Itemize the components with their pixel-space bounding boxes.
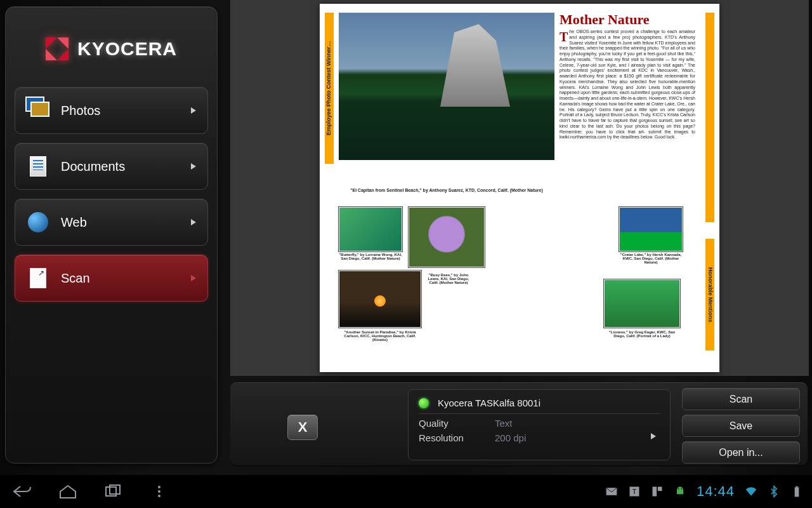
battery-icon: [790, 485, 803, 498]
brand-logo: KYOCERA: [12, 20, 211, 87]
photos-icon: [27, 99, 49, 122]
back-button[interactable]: [9, 481, 36, 502]
sidebar-nav: Photos Documents Web Scan: [12, 87, 211, 302]
svg-point-2: [158, 486, 160, 488]
right-tab-label: Honorable Mentions: [705, 239, 714, 351]
device-row: Kyocera TASKalfa 8001i: [419, 396, 660, 414]
brand-name: KYOCERA: [77, 38, 177, 60]
device-settings-panel[interactable]: Kyocera TASKalfa 8001i Quality Text Reso…: [408, 389, 671, 460]
save-button-label: Save: [730, 420, 752, 432]
clock: 14:44: [697, 483, 735, 500]
svg-rect-8: [652, 487, 657, 497]
svg-rect-12: [795, 487, 799, 497]
sidebar-item-scan[interactable]: Scan: [15, 255, 208, 302]
flipboard-icon: [651, 485, 664, 498]
svg-rect-13: [796, 486, 797, 488]
chevron-right-icon: [191, 107, 196, 114]
quality-label: Quality: [419, 418, 495, 429]
right-tab-stripe: [705, 13, 714, 222]
menu-button[interactable]: [146, 481, 173, 502]
article-body: The OBOS-series contest proved a challen…: [560, 29, 695, 194]
sidebar-item-photos[interactable]: Photos: [15, 87, 208, 134]
mail-icon: [605, 485, 618, 498]
scan-preview[interactable]: Employee Photo Contest Winner… Honorable…: [230, 0, 809, 376]
caption-lioness: "Lioness," by Greg Eager, KWC, San Diego…: [604, 330, 680, 338]
thumb-sunset: [339, 271, 421, 328]
scan-button[interactable]: Scan: [682, 388, 800, 410]
resolution-label: Resolution: [419, 432, 495, 443]
article-headline: Mother Nature: [560, 11, 650, 28]
caption-sunset: "Another Sunset in Paradise," by Krista …: [339, 330, 421, 342]
status-ok-icon: [419, 398, 429, 408]
hero-photo: [339, 13, 554, 160]
bluetooth-icon: [768, 485, 780, 498]
caption-butterfly: "Butterfly," by Lorraine Wong, KAI, San …: [339, 253, 402, 260]
svg-rect-9: [658, 487, 662, 491]
chevron-right-icon: [191, 163, 196, 170]
sidebar-item-label: Scan: [61, 271, 180, 286]
documents-icon: [27, 155, 49, 178]
android-icon: [674, 485, 686, 498]
sidebar-item-label: Photos: [61, 104, 180, 118]
open-in-button-label: Open in...: [719, 447, 763, 458]
sidebar-item-documents[interactable]: Documents: [15, 143, 208, 190]
chevron-right-icon: [191, 275, 196, 281]
sidebar: KYOCERA Photos Documents Web Scan: [5, 6, 218, 464]
open-in-button[interactable]: Open in...: [682, 441, 800, 464]
wifi-icon: [745, 485, 757, 498]
close-icon: X: [298, 419, 308, 436]
web-icon: [27, 211, 49, 234]
left-tab-label: Employee Photo Contest Winner…: [325, 13, 334, 164]
thumb-thistle: [409, 207, 485, 267]
document-page: Employee Photo Contest Winner… Honorable…: [320, 4, 719, 372]
android-system-bar: T 14:44: [0, 475, 812, 508]
close-button[interactable]: X: [287, 415, 318, 440]
app-root: KYOCERA Photos Documents Web Scan: [0, 0, 812, 508]
thumb-lioness: [604, 279, 680, 328]
device-name: Kyocera TASKalfa 8001i: [438, 398, 540, 408]
status-tray[interactable]: T 14:44: [605, 483, 803, 500]
hero-caption: "El Capitan from Sentinel Beach," by Ant…: [339, 188, 554, 192]
svg-text:T: T: [632, 487, 636, 495]
control-bar: X Kyocera TASKalfa 8001i Quality Text Re…: [230, 382, 808, 466]
caption-crater: "Crater Lake," by Hersh Kannada, KWC, Sa…: [619, 253, 683, 264]
scan-icon: [27, 267, 49, 290]
thumb-butterfly: [339, 207, 402, 251]
sidebar-item-label: Web: [61, 215, 180, 230]
scan-button-label: Scan: [730, 394, 752, 405]
caption-bees: "Busy Bees," by John Lewis, KAI, San Die…: [426, 273, 471, 284]
resolution-row: Resolution 200 dpi: [419, 429, 660, 443]
resolution-value: 200 dpi: [495, 432, 526, 443]
recents-button[interactable]: [100, 481, 127, 502]
svg-point-3: [158, 490, 160, 493]
kyocera-mark-icon: [46, 37, 69, 60]
chevron-right-icon: [651, 433, 656, 439]
svg-point-10: [678, 488, 679, 490]
sidebar-item-web[interactable]: Web: [15, 199, 208, 246]
svg-point-4: [158, 495, 160, 497]
action-buttons: Scan Save Open in...: [682, 388, 800, 464]
text-icon: T: [628, 485, 641, 498]
chevron-right-icon: [191, 219, 196, 225]
thumb-crater: [619, 207, 683, 251]
save-button[interactable]: Save: [682, 415, 800, 437]
svg-point-11: [681, 488, 683, 490]
quality-row: Quality Text: [419, 414, 660, 429]
home-button[interactable]: [55, 481, 81, 502]
quality-value: Text: [495, 418, 513, 429]
sidebar-item-label: Documents: [61, 159, 180, 174]
